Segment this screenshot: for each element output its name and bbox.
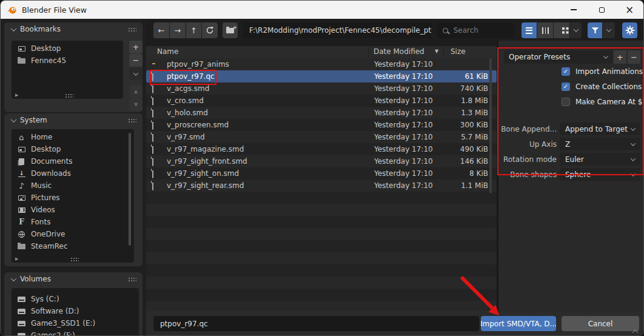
close-button[interactable]: × [615, 1, 643, 19]
settings-button[interactable] [622, 22, 637, 38]
checkbox-label[interactable]: Create Collections [575, 82, 642, 91]
operator-presets-select[interactable]: Operator Presets [504, 50, 612, 64]
search-field[interactable] [437, 22, 514, 38]
column-header-date-modified[interactable]: Date Modified [374, 47, 424, 56]
system-item-fonts[interactable]: FFonts [12, 216, 134, 228]
pictures-icon [18, 195, 25, 201]
view-thumbnails-button[interactable] [554, 22, 569, 38]
file-row-v_r97-smd[interactable]: v_r97.smd Yesterday 17:10 5.7 MiB [146, 131, 497, 143]
checkbox-label[interactable]: Import Animations [575, 67, 643, 76]
bookmarks-header[interactable]: Bookmarks [4, 22, 143, 36]
add-bookmark-button[interactable]: + [129, 41, 143, 53]
system-item-documents[interactable]: Documents [12, 155, 134, 167]
resize-grip-icon[interactable] [70, 257, 79, 261]
file-row-v_cro-smd[interactable]: v_cro.smd Yesterday 17:10 1.8 MiB [146, 95, 497, 107]
view-vertical-list-button[interactable] [522, 22, 537, 38]
import-animations-checkbox[interactable]: ✓ [562, 67, 570, 76]
home-icon: ⌂ [19, 133, 24, 141]
up-axis-select[interactable]: Z [560, 138, 640, 150]
display-settings-dropdown[interactable] [570, 22, 582, 38]
new-folder-button[interactable]: + [223, 22, 238, 38]
drag-grip-icon[interactable] [128, 27, 136, 32]
remove-bookmark-button[interactable]: − [129, 54, 143, 67]
refresh-button[interactable] [202, 22, 218, 38]
view-horizontal-list-button[interactable] [537, 22, 553, 38]
file-name: v_acgs.smd [167, 84, 374, 93]
bookmark-label: Desktop [31, 44, 61, 53]
rotation-mode-select[interactable]: Euler [560, 153, 640, 166]
minimize-button[interactable] [560, 1, 588, 19]
system-scrollbar[interactable] [129, 133, 131, 246]
file-name: v_r97_sight_on.smd [167, 169, 374, 178]
bookmark-item-desktop[interactable]: Desktop [12, 42, 123, 55]
file-row-v_acgs-smd[interactable]: v_acgs.smd Yesterday 17:10 740 KiB [146, 82, 497, 95]
file-icon [152, 144, 153, 154]
system-item-music[interactable]: ♪Music [12, 180, 134, 192]
volume-item-games2-f[interactable]: Games2 (F:) [12, 329, 139, 336]
search-input[interactable] [452, 25, 501, 35]
check-icon: ✓ [563, 84, 568, 90]
file-row-v_r97_sight_on-smd[interactable]: v_r97_sight_on.smd Yesterday 17:10 8 KiB [146, 167, 497, 180]
create-collections-row: ✓ Create Collections [562, 80, 642, 93]
drag-grip-icon[interactable] [128, 277, 136, 281]
system-item-desktop[interactable]: Desktop [12, 143, 134, 155]
volume-item-game3-ssd1-e[interactable]: Game3_SSD1 (E:) [12, 317, 139, 329]
volume-item-sys-c[interactable]: Sys (C:) [12, 293, 139, 305]
system-item-pictures[interactable]: Pictures [12, 192, 134, 204]
bone-append-select[interactable]: Append to Target [560, 123, 640, 135]
bookmark-options-button[interactable] [129, 67, 143, 80]
file-row-v_r97_magazine-smd[interactable]: v_r97_magazine.smd Yesterday 17:10 490 K… [146, 143, 497, 155]
expand-triangle-icon[interactable]: ▶ [15, 257, 18, 261]
file-icon [152, 132, 153, 142]
bookmark-item-fennec45[interactable]: Fennec45 [12, 55, 123, 67]
file-row-ptpov_r97-qc-selected[interactable]: ptpov_r97.qc Yesterday 17:10 61 KiB [146, 70, 497, 82]
volume-item-software-d[interactable]: Software (D:) [12, 305, 139, 317]
make-camera-checkbox[interactable] [562, 98, 570, 106]
filter-button[interactable] [588, 22, 602, 38]
maximize-button[interactable] [588, 1, 615, 19]
cancel-button[interactable]: Cancel [562, 316, 639, 331]
column-header-name[interactable]: Name [157, 47, 178, 56]
music-icon: ♪ [19, 182, 24, 190]
system-item-videos[interactable]: Videos [12, 204, 134, 216]
file-list-scrollbar[interactable] [489, 58, 492, 193]
bone-shapes-select[interactable]: Sphere [560, 168, 640, 181]
maximize-icon [599, 7, 605, 13]
move-bookmark-up-button[interactable]: ▲ [129, 85, 143, 98]
file-row-v_proscreen-smd[interactable]: v_proscreen.smd Yesterday 17:10 300 KiB [146, 119, 497, 131]
drive-icon [18, 333, 25, 336]
forward-button[interactable]: → [170, 22, 186, 38]
system-item-onedrive[interactable]: OneDrive [12, 228, 134, 240]
import-button[interactable]: Import SMD/VTA, D... [481, 316, 556, 331]
expand-triangle-icon[interactable]: ▶ [15, 93, 18, 98]
sort-descending-icon[interactable]: ▼ [435, 49, 438, 54]
column-header-size[interactable]: Size [451, 47, 466, 56]
create-collections-checkbox[interactable]: ✓ [562, 82, 570, 91]
parent-directory-button[interactable]: ↑ [186, 22, 202, 38]
checkbox-label[interactable]: Make Camera At $... [575, 98, 644, 106]
system-header[interactable]: System [4, 113, 143, 127]
drag-grip-icon[interactable] [128, 118, 136, 123]
system-item-steamrec[interactable]: SteamRec [12, 240, 134, 252]
minus-icon: − [133, 56, 139, 65]
system-item-home[interactable]: ⌂Home [12, 131, 134, 143]
move-bookmark-down-button[interactable]: ▼ [129, 98, 143, 111]
file-size: 61 KiB [448, 72, 488, 81]
chevron-down-icon [603, 53, 608, 58]
file-row-v_holo-smd[interactable]: v_holo.smd Yesterday 17:10 1.3 MiB [146, 107, 497, 119]
column-divider[interactable] [368, 47, 369, 57]
add-preset-button[interactable]: + [614, 50, 626, 64]
filter-settings-dropdown[interactable] [603, 22, 615, 38]
volumes-header[interactable]: Volumes [4, 272, 143, 286]
system-label: Documents [31, 157, 72, 166]
back-button[interactable]: ← [153, 22, 169, 38]
file-row-v_r97_sight_rear-smd[interactable]: v_r97_sight_rear.smd Yesterday 17:10 1.1… [146, 180, 497, 192]
path-field[interactable]: F:\R2Modding\modProject\Fennec45\decompi… [243, 22, 432, 38]
file-row-ptpov_r97_anims[interactable]: ptpov_r97_anims Yesterday 17:10 [146, 58, 497, 70]
file-row-v_r97_sight_front-smd[interactable]: v_r97_sight_front.smd Yesterday 17:10 14… [146, 155, 497, 167]
column-divider[interactable] [443, 47, 444, 57]
filename-input[interactable] [153, 316, 479, 331]
resize-grip-icon[interactable] [65, 93, 73, 98]
system-item-downloads[interactable]: ↓Downloads [12, 167, 134, 180]
remove-preset-button[interactable]: − [628, 50, 640, 64]
